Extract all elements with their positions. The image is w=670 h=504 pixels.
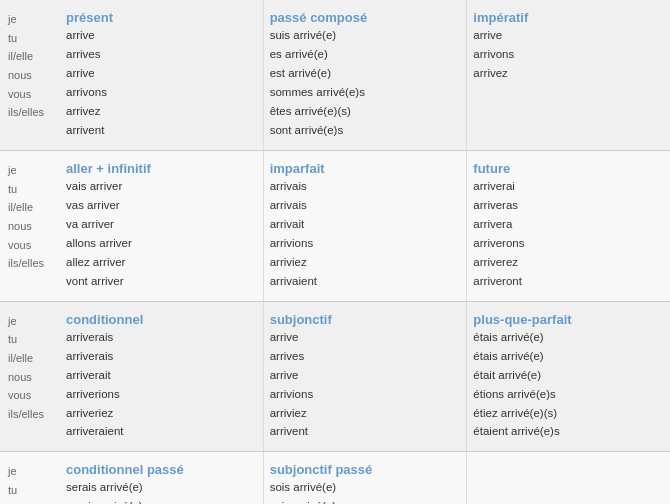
tense-form: arriviez [270, 253, 461, 272]
tense-form: arriverai [473, 177, 664, 196]
tense-form: arrivent [270, 422, 461, 441]
tense-block-3-2 [466, 452, 670, 504]
pronoun: je [8, 10, 56, 29]
tense-title: conditionnel passé [66, 462, 257, 477]
tense-form: arrive [66, 26, 257, 45]
tense-title: aller + infinitif [66, 161, 257, 176]
pronoun: vous [8, 236, 56, 255]
pronoun: ils/elles [8, 405, 56, 424]
tense-form: serais arrivé(e) [66, 497, 257, 504]
tenses-row-2: conditionnelarriveraisarriveraisarrivera… [60, 302, 670, 452]
pronoun: je [8, 161, 56, 180]
pronoun: tu [8, 29, 56, 48]
tense-title: présent [66, 10, 257, 25]
tense-form: arrive [270, 366, 461, 385]
tense-form: va arriver [66, 215, 257, 234]
tense-block-2-2: plus-que-parfaitétais arrivé(e)étais arr… [466, 302, 670, 452]
pronouns-col-3: jetuil/ellenousvousils/elles [0, 452, 60, 504]
tenses-row-0: présentarrivearrivesarrivearrivonsarrive… [60, 0, 670, 150]
tense-form: arriverait [66, 366, 257, 385]
tense-title: imparfait [270, 161, 461, 176]
pronoun: vous [8, 85, 56, 104]
tense-form: arrivais [270, 196, 461, 215]
pronoun: tu [8, 180, 56, 199]
tense-form: arrivez [473, 64, 664, 83]
tense-form: est arrivé(e) [270, 64, 461, 83]
tense-form: était arrivé(e) [473, 366, 664, 385]
tense-form: arriveras [473, 196, 664, 215]
tense-form: sont arrivé(e)s [270, 121, 461, 140]
tense-form: arriverez [473, 253, 664, 272]
tense-form: arrivaient [270, 272, 461, 291]
tense-title: impératif [473, 10, 664, 25]
tense-title: plus-que-parfait [473, 312, 664, 327]
tense-form: arrivions [270, 385, 461, 404]
tense-form: serais arrivé(e) [66, 478, 257, 497]
tenses-row-3: conditionnel passéserais arrivé(e)serais… [60, 452, 670, 504]
tense-form: arrivions [270, 234, 461, 253]
tense-form: êtes arrivé(e)(s) [270, 102, 461, 121]
tense-block-1-1: imparfaitarrivaisarrivaisarrivaitarrivio… [263, 151, 467, 301]
tenses-row-1: aller + infinitifvais arrivervas arriver… [60, 151, 670, 301]
section-3: jetuil/ellenousvousils/ellesconditionnel… [0, 452, 670, 504]
section-2: jetuil/ellenousvousils/ellesconditionnel… [0, 302, 670, 453]
tense-form: vas arriver [66, 196, 257, 215]
tense-form: es arrivé(e) [270, 45, 461, 64]
pronoun: il/elle [8, 47, 56, 66]
tense-form: arriveront [473, 272, 664, 291]
pronoun: je [8, 462, 56, 481]
tense-form: étais arrivé(e) [473, 347, 664, 366]
tense-block-0-2: impératifarrivearrivonsarrivez [466, 0, 670, 150]
pronoun: nous [8, 66, 56, 85]
tense-block-0-1: passé composésuis arrivé(e)es arrivé(e)e… [263, 0, 467, 150]
tense-form: arriveriez [66, 404, 257, 423]
pronoun: il/elle [8, 500, 56, 504]
pronoun: nous [8, 368, 56, 387]
pronoun: ils/elles [8, 254, 56, 273]
pronoun: ils/elles [8, 103, 56, 122]
pronouns-col-2: jetuil/ellenousvousils/elles [0, 302, 60, 452]
section-1: jetuil/ellenousvousils/ellesaller + infi… [0, 151, 670, 302]
tense-form: vais arriver [66, 177, 257, 196]
tense-title: subjonctif [270, 312, 461, 327]
tense-block-1-0: aller + infinitifvais arrivervas arriver… [60, 151, 263, 301]
tense-form: arriverais [66, 328, 257, 347]
tense-form: arrive [473, 26, 664, 45]
tense-title: passé composé [270, 10, 461, 25]
tense-form: allons arriver [66, 234, 257, 253]
tense-form: arriverons [473, 234, 664, 253]
tense-form: sommes arrivé(e)s [270, 83, 461, 102]
tense-title: subjonctif passé [270, 462, 461, 477]
tense-block-3-0: conditionnel passéserais arrivé(e)serais… [60, 452, 263, 504]
pronoun: tu [8, 481, 56, 500]
tense-form: arrive [270, 328, 461, 347]
tense-form: arrivait [270, 215, 461, 234]
tense-form: sois arrivé(e) [270, 497, 461, 504]
pronouns-col-1: jetuil/ellenousvousils/elles [0, 151, 60, 301]
pronoun: tu [8, 330, 56, 349]
tense-form: étions arrivé(e)s [473, 385, 664, 404]
tense-form: arrivez [66, 102, 257, 121]
tense-form: allez arriver [66, 253, 257, 272]
tense-form: arrive [66, 64, 257, 83]
tense-block-2-0: conditionnelarriveraisarriveraisarrivera… [60, 302, 263, 452]
tense-form: arrivons [66, 83, 257, 102]
page: jetuil/ellenousvousils/ellesprésentarriv… [0, 0, 670, 504]
tense-block-1-2: futurearriveraiarriverasarriveraarrivero… [466, 151, 670, 301]
tense-title: conditionnel [66, 312, 257, 327]
pronoun: il/elle [8, 349, 56, 368]
tense-block-3-1: subjonctif passésois arrivé(e)sois arriv… [263, 452, 467, 504]
tense-form: arriverions [66, 385, 257, 404]
tense-form: sois arrivé(e) [270, 478, 461, 497]
tense-form: arrivera [473, 215, 664, 234]
tense-block-2-1: subjonctifarrivearrivesarrivearrivionsar… [263, 302, 467, 452]
pronoun: vous [8, 386, 56, 405]
pronoun: nous [8, 217, 56, 236]
tense-form: suis arrivé(e) [270, 26, 461, 45]
tense-title: future [473, 161, 664, 176]
tense-form: arrives [270, 347, 461, 366]
tense-form: arriverais [66, 347, 257, 366]
tense-form: étiez arrivé(e)(s) [473, 404, 664, 423]
tense-form: arriveraient [66, 422, 257, 441]
tense-form: étaient arrivé(e)s [473, 422, 664, 441]
